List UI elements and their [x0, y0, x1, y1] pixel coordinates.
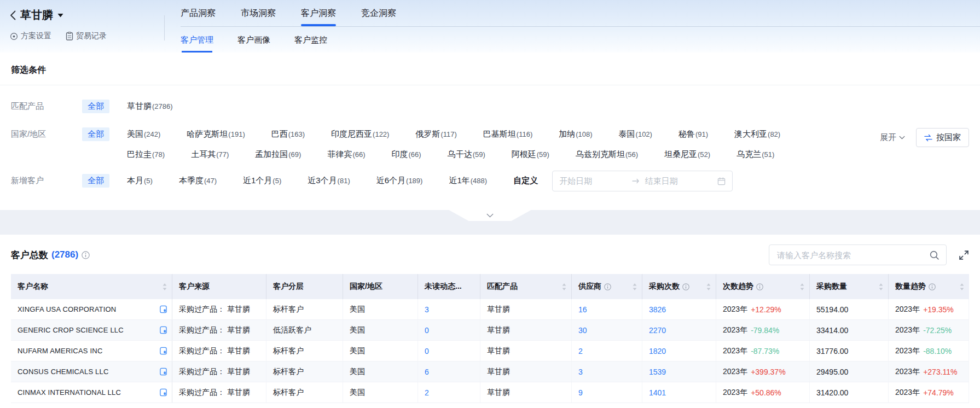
country-option[interactable]: 乌干达(59) [448, 148, 485, 160]
sort-caret-icon[interactable] [561, 283, 567, 291]
supplier-count-link[interactable]: 30 [578, 326, 587, 335]
scheme-settings-button[interactable]: 方案设置 [10, 31, 51, 41]
product-title[interactable]: 草甘膦 [20, 8, 53, 22]
new-customer-option[interactable]: 本月(5) [127, 174, 153, 186]
col-header-7[interactable]: 供应商 [572, 274, 642, 299]
supplier-count-link[interactable]: 3 [578, 368, 583, 376]
country-option[interactable]: 澳大利亚(82) [734, 127, 780, 139]
country-option[interactable]: 加纳(108) [559, 127, 592, 139]
customer-name-link[interactable]: GENERIC CROP SCIENCE LLC [18, 326, 124, 334]
trade-records-button[interactable]: 贸易记录 [66, 31, 107, 41]
sort-caret-icon[interactable] [162, 283, 167, 291]
back-icon[interactable] [10, 10, 16, 20]
country-option[interactable]: 印度尼西亚(122) [331, 127, 389, 139]
company-report-icon[interactable] [159, 388, 167, 397]
country-option[interactable]: 土耳其(77) [191, 148, 229, 160]
start-date-input[interactable]: 开始日期 [559, 176, 627, 186]
fullscreen-icon[interactable] [959, 250, 969, 260]
sort-caret-icon[interactable] [878, 283, 884, 291]
country-option[interactable]: 巴拉圭(78) [127, 148, 165, 160]
company-report-icon[interactable] [159, 305, 167, 313]
country-option[interactable]: 乌克兰(51) [737, 148, 774, 160]
info-icon[interactable] [756, 283, 763, 290]
country-option[interactable]: 坦桑尼亚(52) [664, 148, 710, 160]
customer-tier: 标杆客户 [273, 367, 304, 377]
col-header-10[interactable]: 采购数量 [810, 274, 889, 299]
collapse-filter-button[interactable] [449, 210, 531, 221]
purchase-count-link[interactable]: 1539 [649, 368, 666, 376]
purchase-count-link[interactable]: 1820 [649, 347, 666, 355]
purchase-count-link[interactable]: 3826 [649, 305, 666, 314]
search-input[interactable] [776, 250, 929, 260]
country-option[interactable]: 泰国(102) [619, 127, 652, 139]
info-icon[interactable] [82, 251, 90, 259]
col-header-8[interactable]: 采购次数 [642, 274, 716, 299]
primary-tab-3[interactable]: 客户洞察 [301, 0, 336, 26]
customer-name-link[interactable]: CINMAX INTERNATIONAL LLC [18, 388, 121, 397]
secondary-tab-1[interactable]: 客户管理 [181, 27, 213, 53]
company-report-icon[interactable] [159, 347, 167, 355]
customer-name-link[interactable]: XINGFA USA CORPORATION [18, 305, 116, 313]
expand-toggle[interactable]: 展开 [880, 132, 905, 143]
country-option[interactable]: 秘鲁(91) [679, 127, 708, 139]
unread-count-link[interactable]: 2 [425, 388, 429, 397]
calendar-icon[interactable] [717, 177, 726, 185]
col-header-6[interactable]: 匹配产品 [480, 274, 572, 299]
date-range-picker[interactable]: 开始日期 结束日期 [552, 171, 733, 191]
col-header-9[interactable]: 次数趋势 [716, 274, 810, 299]
unread-count-link[interactable]: 0 [425, 347, 429, 355]
country-option[interactable]: 巴基斯坦(116) [483, 127, 532, 139]
info-icon[interactable] [929, 283, 936, 290]
by-country-button[interactable]: 按国家 [916, 128, 969, 147]
sort-caret-icon[interactable] [706, 283, 711, 291]
product-dropdown-caret-icon[interactable] [57, 13, 63, 18]
sort-caret-icon[interactable] [632, 283, 637, 291]
unread-count-link[interactable]: 3 [425, 305, 429, 314]
country-option[interactable]: 孟加拉国(69) [255, 148, 301, 160]
customer-name-link[interactable]: NUFARM AMERICAS INC [18, 347, 102, 355]
new-customer-option[interactable]: 本季度(47) [179, 174, 217, 186]
new-customer-option[interactable]: 近3个月(81) [308, 174, 350, 186]
country-option[interactable]: 印度(66) [392, 148, 421, 160]
col-header-1[interactable]: 客户名称 [11, 274, 172, 299]
primary-tab-4[interactable]: 竞企洞察 [361, 0, 396, 26]
end-date-input[interactable]: 结束日期 [645, 176, 712, 186]
cell: 0 [418, 320, 480, 340]
country-option[interactable]: 俄罗斯(117) [415, 127, 456, 139]
sort-caret-icon[interactable] [799, 283, 805, 291]
country-option[interactable]: 哈萨克斯坦(191) [187, 127, 245, 139]
supplier-count-link[interactable]: 16 [578, 305, 587, 314]
country-option[interactable]: 巴西(163) [271, 127, 305, 139]
company-report-icon[interactable] [159, 368, 167, 376]
supplier-count-link[interactable]: 9 [578, 388, 583, 397]
new-customer-option[interactable]: 近1个月(5) [243, 174, 281, 186]
secondary-tab-3[interactable]: 客户监控 [294, 27, 327, 53]
country-option[interactable]: 阿根廷(59) [512, 148, 549, 160]
custom-date-option[interactable]: 自定义 [513, 176, 538, 186]
filter-all-country[interactable]: 全部 [82, 127, 109, 141]
sort-caret-icon[interactable] [959, 283, 965, 291]
country-option[interactable]: 菲律宾(66) [327, 148, 365, 160]
supplier-count-link[interactable]: 2 [578, 347, 583, 355]
col-header-text: 供应商 [578, 282, 601, 292]
info-icon[interactable] [682, 283, 689, 290]
purchase-count-link[interactable]: 1401 [649, 388, 666, 397]
new-customer-option[interactable]: 近1年(488) [449, 174, 487, 186]
company-report-icon[interactable] [159, 326, 167, 334]
info-icon[interactable] [604, 283, 611, 290]
primary-tab-2[interactable]: 市场洞察 [241, 0, 276, 26]
new-customer-option[interactable]: 近6个月(189) [376, 174, 423, 186]
filter-all-new-customer[interactable]: 全部 [82, 174, 109, 188]
country-option[interactable]: 美国(242) [127, 127, 160, 139]
unread-count-link[interactable]: 6 [425, 368, 429, 376]
filter-all-product[interactable]: 全部 [82, 100, 109, 113]
purchase-count-link[interactable]: 2270 [649, 326, 666, 335]
country-option[interactable]: 乌兹别克斯坦(56) [576, 148, 638, 160]
customer-name-link[interactable]: CONSUS CHEMICALS LLC [18, 368, 109, 376]
primary-tab-1[interactable]: 产品洞察 [181, 0, 216, 26]
col-header-11[interactable]: 数量趋势 [889, 274, 969, 299]
secondary-tab-2[interactable]: 客户画像 [237, 27, 270, 53]
search-icon[interactable] [929, 250, 940, 260]
unread-count-link[interactable]: 0 [425, 326, 429, 335]
product-option[interactable]: 草甘膦(2786) [127, 100, 173, 112]
